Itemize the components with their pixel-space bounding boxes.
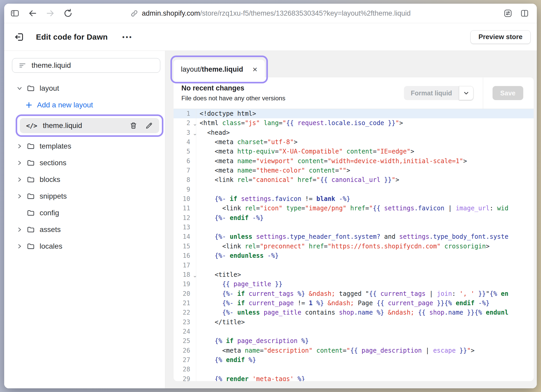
code-line[interactable]: 22 {%- unless page_title contains shop.n… — [174, 308, 534, 317]
code-line[interactable]: 5 <meta http-equiv="X-UA-Compatible" con… — [174, 147, 534, 156]
more-actions-button[interactable]: ••• — [122, 33, 133, 41]
code-line-text: {%- unless page_title contains shop.name… — [196, 308, 534, 317]
sidebar-item-config[interactable]: config — [4, 205, 165, 221]
sidebar-item-theme-liquid[interactable]: </>theme.liquid — [20, 118, 159, 133]
code-line-text: {% if page_description %} — [196, 336, 534, 346]
code-line-text — [196, 365, 534, 374]
code-line[interactable]: 18› <title> — [174, 270, 534, 279]
split-view-icon[interactable] — [520, 8, 530, 18]
folder-icon — [27, 192, 35, 200]
code-line[interactable]: 28 — [174, 365, 534, 374]
rename-file-button[interactable] — [145, 122, 153, 130]
format-liquid-button[interactable]: Format liquid — [404, 86, 459, 100]
back-button[interactable] — [28, 8, 38, 18]
folder-label: templates — [40, 142, 71, 150]
code-line[interactable]: 6 <meta name="viewport" content="width=d… — [174, 156, 534, 166]
code-line[interactable]: 13 — [174, 223, 534, 232]
code-line[interactable]: 15 <link rel="preconnect" href="https://… — [174, 242, 534, 251]
folder-icon — [27, 242, 35, 250]
close-tab-icon[interactable]: × — [253, 65, 257, 74]
address-bar[interactable]: admin.shopify.com/store/rzq1xu-f5/themes… — [130, 9, 410, 17]
fold-chevron-icon[interactable]: › — [190, 134, 200, 136]
chevron-right-icon[interactable] — [16, 160, 23, 166]
code-line[interactable]: 27 {% endif %} — [174, 355, 534, 365]
folder-icon — [27, 84, 35, 93]
file-label: theme.liquid — [43, 121, 82, 130]
code-line[interactable]: 16 {%- endunless -%} — [174, 251, 534, 260]
code-line[interactable]: 11 <link rel="icon" type="image/png" hre… — [174, 204, 534, 213]
code-line[interactable]: 8 <link rel="canonical" href="{{ canonic… — [174, 175, 534, 185]
code-line[interactable]: 20 {%- if current_tags %} &ndash; tagged… — [174, 289, 534, 298]
sidebar-item-layout[interactable]: layout — [4, 80, 165, 97]
code-line-text: {%- endif -%} — [196, 213, 534, 223]
file-sidebar: layoutAdd a new layout</>theme.liquidtem… — [4, 51, 165, 388]
code-line[interactable]: 21 {%- if current_page != 1 %} &ndash; P… — [174, 298, 534, 308]
chevron-right-icon[interactable] — [16, 193, 23, 199]
code-line-text: {%- if settings.favicon != blank -%} — [196, 194, 534, 204]
format-options-button[interactable] — [459, 86, 474, 100]
code-line-text: <html class="js" lang="{{ request.locale… — [196, 118, 534, 128]
code-editor[interactable]: 1<!doctype html>2›<html class="js" lang=… — [174, 109, 534, 381]
folder-label: sections — [40, 159, 66, 167]
code-line[interactable]: 3› <head> — [174, 128, 534, 137]
line-number: 4 — [174, 137, 196, 147]
file-search[interactable] — [12, 58, 160, 73]
sidebar-item-snippets[interactable]: snippets — [4, 188, 165, 205]
sidebar-item-templates[interactable]: templates — [4, 138, 165, 155]
code-line[interactable]: 17 — [174, 261, 534, 270]
chevron-down-icon[interactable] — [16, 85, 23, 91]
code-line-text: <link rel="icon" type="image/png" href="… — [196, 204, 534, 213]
code-line[interactable]: 25 {% if page_description %} — [174, 336, 534, 346]
chevron-right-icon[interactable] — [16, 176, 23, 183]
add-new-layout-button[interactable]: Add a new layout — [4, 97, 165, 113]
sidebar-item-blocks[interactable]: blocks — [4, 171, 165, 188]
code-line[interactable]: 29 {% render 'meta-tags' %} — [174, 374, 534, 381]
chevron-right-icon[interactable] — [16, 143, 23, 149]
code-line[interactable]: 1<!doctype html> — [174, 109, 534, 118]
code-line[interactable]: 23 </title> — [174, 317, 534, 327]
chevron-down-icon — [463, 90, 470, 96]
browser-settings-icon[interactable] — [503, 8, 513, 18]
code-line-text: <link rel="preconnect" href="https://fon… — [196, 242, 534, 251]
folder-label: layout — [40, 84, 59, 93]
code-line-text: <title> — [196, 270, 534, 279]
code-line[interactable]: 7 <meta name="theme-color" content=""> — [174, 166, 534, 175]
fold-chevron-icon[interactable]: › — [190, 124, 200, 126]
code-line-text: <meta name="viewport" content="width=dev… — [196, 156, 534, 166]
code-line[interactable]: 26 <meta name="description" content="{{ … — [174, 346, 534, 355]
url-path: /store/rzq1xu-f5/themes/132683530345?key… — [200, 9, 410, 17]
code-line[interactable]: 9 — [174, 185, 534, 194]
code-line[interactable]: 12 {%- endif -%} — [174, 213, 534, 223]
reload-button[interactable] — [63, 8, 73, 18]
folder-icon — [27, 175, 35, 184]
line-number: 10 — [174, 194, 196, 204]
preview-store-button[interactable]: Preview store — [470, 30, 531, 44]
tab-layout-theme-liquid[interactable]: layout/theme.liquid × — [174, 60, 265, 79]
version-header: No recent changes File does not have any… — [174, 77, 534, 109]
fold-chevron-icon[interactable]: › — [190, 276, 200, 278]
code-line[interactable]: 14 {%- unless settings.type_header_font.… — [174, 232, 534, 241]
chevron-right-icon[interactable] — [16, 243, 23, 249]
code-line[interactable]: 4 <meta charset="utf-8"> — [174, 137, 534, 147]
line-number: 16 — [174, 251, 196, 260]
search-input[interactable] — [32, 61, 136, 70]
chevron-right-icon[interactable] — [16, 226, 23, 233]
line-number: 15 — [174, 242, 196, 251]
code-line[interactable]: 19 {{ page_title }} — [174, 279, 534, 289]
forward-button[interactable] — [45, 8, 55, 18]
code-line[interactable]: 2›<html class="js" lang="{{ request.loca… — [174, 118, 534, 128]
code-line[interactable]: 10 {%- if settings.favicon != blank -%} — [174, 194, 534, 204]
folder-icon — [27, 225, 35, 234]
code-line-text — [196, 223, 534, 232]
delete-file-button[interactable] — [130, 122, 137, 130]
sidebar-item-sections[interactable]: sections — [4, 155, 165, 171]
exit-editor-icon[interactable] — [14, 31, 25, 43]
sidebar-item-locales[interactable]: locales — [4, 238, 165, 255]
code-line-text: <head> — [196, 128, 534, 137]
line-number: 21 — [174, 298, 196, 308]
sidebar-toggle-icon[interactable] — [10, 8, 20, 18]
sidebar-item-assets[interactable]: assets — [4, 221, 165, 238]
save-button[interactable]: Save — [493, 86, 523, 100]
code-line[interactable]: 24 — [174, 327, 534, 336]
code-line-text: </title> — [196, 317, 534, 327]
